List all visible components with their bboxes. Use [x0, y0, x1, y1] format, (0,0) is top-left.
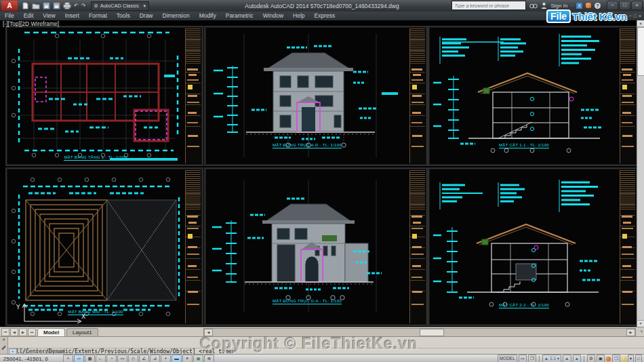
- plot-icon[interactable]: [63, 2, 71, 9]
- front-elevation-drawing: [207, 28, 407, 162]
- note-cluster-1: [440, 182, 483, 209]
- first-tab-button[interactable]: ⏮: [1, 328, 9, 336]
- status-toggles: + ▱ ▦ ∟ ◔ ▭ ◇ ∠ ⊿ + ▬ ≡ ▣ ⊕: [63, 355, 214, 362]
- menu-item-draw[interactable]: Draw: [135, 12, 158, 20]
- infer-constraints-toggle[interactable]: +: [63, 355, 73, 362]
- command-close-icon[interactable]: ×: [0, 337, 7, 343]
- save-icon[interactable]: [43, 2, 50, 9]
- roof-plan-drawing: [8, 170, 184, 322]
- logo-text: Thiết Kế.vn: [572, 11, 627, 22]
- next-tab-button[interactable]: ▶: [19, 328, 27, 336]
- tab-model[interactable]: Model: [37, 328, 65, 337]
- menu-item-view[interactable]: View: [38, 12, 60, 20]
- toolbar-lock-icon[interactable]: ▣: [597, 355, 605, 362]
- menu-item-file[interactable]: File: [0, 12, 19, 20]
- vertical-scrollbar[interactable]: ▲ ▼: [637, 20, 644, 327]
- transparency-toggle[interactable]: ≡: [182, 355, 193, 362]
- menu-item-format[interactable]: Format: [84, 12, 112, 20]
- chevron-down-icon: ▼: [142, 4, 146, 8]
- doc-minimize-button[interactable]: −: [629, 12, 632, 20]
- last-tab-button[interactable]: ⏭: [28, 328, 36, 336]
- search-input[interactable]: [452, 2, 525, 9]
- annotation-visibility-icon[interactable]: ▲: [563, 355, 571, 362]
- left-dimension-column: [214, 66, 238, 132]
- menu-item-parametric[interactable]: Parametric: [221, 12, 258, 20]
- model-space-button[interactable]: MODEL: [498, 355, 517, 362]
- sheet-front-elevation: MẶT ĐỨNG TRỤC A-D - TL: 1/100: [204, 26, 428, 166]
- menu-item-insert[interactable]: Insert: [60, 12, 84, 20]
- note-cluster-2: [498, 37, 526, 61]
- scroll-down-arrow-icon[interactable]: ▼: [637, 320, 644, 327]
- workspace-dropdown[interactable]: ⚙ AutoCAD Classic ▼: [91, 1, 149, 11]
- status-bar-menu-icon[interactable]: ▾: [628, 355, 634, 362]
- menu-item-express[interactable]: Express: [310, 12, 340, 20]
- magenta-marker: [534, 245, 538, 249]
- menu-item-window[interactable]: Window: [258, 12, 288, 20]
- title-block: [620, 28, 635, 163]
- grid-lines: [18, 39, 175, 150]
- workspace-switching-icon[interactable]: ⚙: [587, 355, 595, 362]
- exchange-apps-icon[interactable]: X: [576, 3, 582, 9]
- redo-icon[interactable]: ↷: [81, 1, 86, 10]
- scroll-up-arrow-icon[interactable]: ▲: [637, 20, 644, 27]
- viewport-controls-label[interactable]: [-][Top][2D Wireframe]: [3, 20, 59, 27]
- section-structure: [478, 73, 577, 138]
- clean-screen-icon[interactable]: □: [635, 355, 642, 362]
- save-as-icon[interactable]: [53, 2, 60, 9]
- snap-mode-toggle[interactable]: ▱: [74, 355, 84, 362]
- menu-item-help[interactable]: Help: [288, 12, 309, 20]
- title-block: [185, 28, 201, 163]
- selection-cycling-toggle[interactable]: ⊕: [204, 355, 214, 362]
- scroll-right-arrow-icon[interactable]: ▶: [626, 329, 635, 336]
- prev-tab-button[interactable]: ◀: [10, 328, 18, 336]
- undo-icon[interactable]: ↶: [74, 1, 79, 10]
- horizontal-scroll-thumb[interactable]: [420, 329, 444, 336]
- annotation-scale-button[interactable]: ▲ 1:1 ▾: [542, 355, 561, 362]
- object-snap-3d-toggle[interactable]: ◇: [128, 355, 138, 362]
- menu-item-dimension[interactable]: Dimension: [158, 12, 195, 20]
- quick-view-drawings-icon[interactable]: ❒: [528, 355, 536, 362]
- left-dimension-column: [212, 220, 237, 282]
- left-dimension-column: [433, 76, 459, 138]
- open-file-icon[interactable]: [32, 2, 40, 9]
- application-status-icon[interactable]: ❒: [612, 355, 620, 362]
- ortho-mode-toggle[interactable]: ∟: [96, 355, 106, 362]
- annotation-autoscale-icon[interactable]: ▲: [573, 355, 581, 362]
- minimize-button[interactable]: −: [607, 1, 618, 10]
- search-binoculars-icon[interactable]: [529, 3, 538, 9]
- isolate-objects-icon[interactable]: [622, 357, 626, 361]
- grid-bubbles: [491, 148, 571, 153]
- communication-center-icon[interactable]: [586, 3, 591, 8]
- command-wrench-icon[interactable]: [1, 346, 5, 350]
- menu-item-modify[interactable]: Modify: [195, 12, 221, 20]
- grid-display-toggle[interactable]: ▦: [85, 355, 95, 362]
- new-file-icon[interactable]: [22, 2, 29, 9]
- scroll-left-arrow-icon[interactable]: ◀: [204, 329, 213, 336]
- object-snap-tracking-toggle[interactable]: ∠: [139, 355, 149, 362]
- close-button[interactable]: ×: [631, 1, 643, 10]
- dynamic-input-toggle[interactable]: +: [161, 355, 171, 362]
- menu-item-tools[interactable]: Tools: [112, 12, 135, 20]
- sheet-section-2: MẶT CẮT 2-2 - TL: 1/100: [428, 167, 638, 326]
- doc-close-button[interactable]: ×: [639, 12, 641, 20]
- quick-properties-toggle[interactable]: ▣: [193, 355, 203, 362]
- maximize-button[interactable]: □: [619, 1, 630, 10]
- stepped-roof: [26, 200, 107, 300]
- drawing-canvas[interactable]: [-][Top][2D Wireframe]: [0, 20, 644, 327]
- object-snap-toggle[interactable]: ▭: [117, 355, 127, 362]
- autocad-app-icon[interactable]: A: [1, 1, 18, 11]
- doc-restore-button[interactable]: □: [634, 12, 637, 20]
- sign-in-avatar-icon[interactable]: [541, 2, 547, 9]
- sign-in-link[interactable]: Sign In: [550, 3, 567, 9]
- logo-file-badge: File: [546, 9, 571, 23]
- vertical-scroll-thumb[interactable]: [637, 27, 644, 76]
- polar-tracking-toggle[interactable]: ◔: [106, 355, 117, 362]
- tab-layout1[interactable]: Layout1: [66, 328, 98, 337]
- dynamic-ucs-toggle[interactable]: ⊿: [150, 355, 160, 362]
- quick-view-layouts-icon[interactable]: ▭: [519, 355, 527, 362]
- menu-item-edit[interactable]: Edit: [19, 12, 39, 20]
- help-icon[interactable]: ?: [595, 3, 601, 9]
- workspace-name: AutoCAD Classic: [100, 3, 140, 9]
- performance-tuner-icon[interactable]: [606, 357, 611, 361]
- lineweight-toggle[interactable]: ▬: [172, 355, 182, 362]
